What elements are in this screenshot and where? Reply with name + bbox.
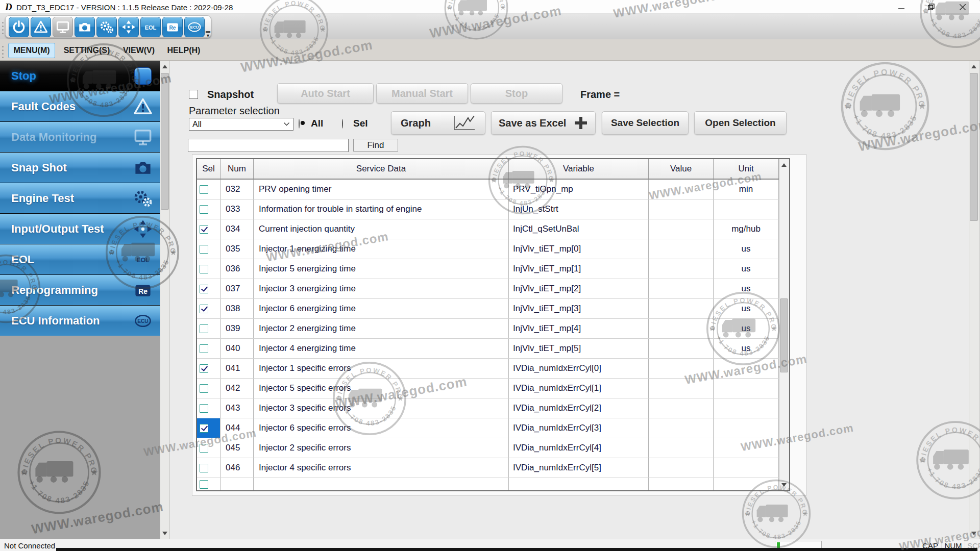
sel-cell[interactable] <box>197 279 220 298</box>
num-cell: 032 <box>220 180 254 199</box>
variable-cell: InjVlv_tiET_mp[4] <box>509 319 649 338</box>
sidebar-item-data-monitoring[interactable]: Data Monitoring <box>0 122 160 152</box>
power-button[interactable] <box>9 17 29 37</box>
scroll-up-arrow[interactable] <box>779 159 789 170</box>
radio-all[interactable] <box>299 119 300 129</box>
header-unit[interactable]: Unit <box>714 159 779 179</box>
scroll-up-arrow[interactable] <box>969 61 978 72</box>
scroll-down-arrow[interactable] <box>969 528 978 539</box>
sel-cell[interactable] <box>197 299 220 318</box>
toolbar-grip[interactable] <box>2 22 5 34</box>
save-selection-button[interactable]: Save Selection <box>602 111 689 135</box>
engine-test-button[interactable] <box>96 17 117 37</box>
maximize-button[interactable] <box>918 0 944 14</box>
fault-codes-button[interactable] <box>31 17 51 37</box>
sidebar-item-engine-test[interactable]: Engine Test <box>0 183 160 213</box>
ecu-icon: ECU <box>133 311 153 331</box>
sel-cell[interactable] <box>197 239 220 259</box>
radio-sel[interactable] <box>342 119 343 129</box>
sidebar-item-snap-shot[interactable]: Snap Shot <box>0 153 160 183</box>
minimize-button[interactable] <box>888 0 915 14</box>
variable-cell: InjVlv_tiET_mp[2] <box>509 279 649 298</box>
row-checkbox[interactable] <box>200 444 208 453</box>
sidebar-item-stop[interactable]: Stop <box>0 61 160 91</box>
snapshot-button[interactable] <box>75 17 95 37</box>
sel-cell[interactable] <box>197 478 220 490</box>
save-as-excel-button[interactable]: Save as Excel <box>491 111 596 135</box>
row-checkbox[interactable] <box>200 225 208 234</box>
header-num[interactable]: Num <box>220 159 254 179</box>
find-button[interactable]: Find <box>353 139 398 152</box>
row-checkbox[interactable] <box>200 324 208 333</box>
menu-item-help[interactable]: HELP(H) <box>164 43 203 58</box>
menu-item-setting[interactable]: SETTING(S) <box>60 43 113 58</box>
manual-start-button[interactable]: Manual Start <box>376 83 468 104</box>
header-service-data[interactable]: Service Data <box>254 159 509 179</box>
row-checkbox[interactable] <box>200 205 208 214</box>
snapshot-checkbox[interactable] <box>189 90 198 99</box>
sel-cell[interactable] <box>197 180 220 199</box>
parameter-filter-dropdown[interactable]: All <box>189 118 293 131</box>
scrollbar-thumb[interactable] <box>161 73 169 210</box>
search-input[interactable] <box>188 139 349 152</box>
row-checkbox[interactable] <box>200 285 208 293</box>
scroll-down-arrow[interactable] <box>160 528 169 539</box>
row-checkbox[interactable] <box>200 480 208 489</box>
menu-item-view[interactable]: VIEW(V) <box>119 43 158 58</box>
eol-icon: EOL <box>133 250 153 269</box>
title-bar: D DDT_T3_EDC17 - VERSION : 1.1.5 Release… <box>0 0 980 14</box>
reprogram-button[interactable]: Re <box>162 17 183 37</box>
sel-cell[interactable] <box>197 319 220 338</box>
sel-cell[interactable] <box>197 339 220 358</box>
scrollbar-thumb[interactable] <box>780 298 788 372</box>
scroll-down-arrow[interactable] <box>779 479 789 490</box>
sel-cell[interactable] <box>197 259 220 279</box>
sidebar-item-io-test[interactable]: Input/Output Test <box>0 214 160 244</box>
sidebar-item-fault-codes[interactable]: Fault Codes <box>0 91 160 121</box>
close-button[interactable] <box>949 0 976 14</box>
sel-cell[interactable] <box>197 199 220 219</box>
sel-cell[interactable] <box>197 438 220 458</box>
row-checkbox[interactable] <box>200 245 208 254</box>
menubar-grip[interactable] <box>2 46 5 58</box>
row-checkbox[interactable] <box>200 464 208 472</box>
toolbar-overflow-chevron[interactable]: ▬▼ <box>206 29 210 38</box>
table-scrollbar[interactable] <box>779 159 789 490</box>
row-checkbox[interactable] <box>200 305 208 313</box>
unit-cell: us <box>714 259 779 279</box>
sidebar-item-ecu-information[interactable]: ECU Information ECU <box>0 306 160 336</box>
row-checkbox[interactable] <box>200 344 208 353</box>
stop-button[interactable]: Stop <box>471 83 562 104</box>
graph-button[interactable]: Graph <box>391 111 485 135</box>
row-checkbox[interactable] <box>200 424 208 433</box>
row-checkbox[interactable] <box>200 404 208 413</box>
io-test-button[interactable] <box>118 17 139 37</box>
toolbar: EOL Re ECU ▬▼ <box>0 14 980 39</box>
sidebar-item-reprogramming[interactable]: Reprogramming Re <box>0 275 160 305</box>
sel-cell[interactable] <box>197 219 220 239</box>
sel-cell[interactable] <box>197 398 220 418</box>
sel-cell[interactable] <box>197 379 220 398</box>
sel-cell[interactable] <box>197 418 220 438</box>
header-variable[interactable]: Variable <box>509 159 649 179</box>
row-checkbox[interactable] <box>200 185 208 194</box>
header-sel[interactable]: Sel <box>197 159 220 179</box>
scroll-up-arrow[interactable] <box>160 61 169 72</box>
menu-item-menu[interactable]: MENU(M) <box>8 43 55 58</box>
auto-start-button[interactable]: Auto Start <box>277 83 374 104</box>
data-monitoring-button[interactable] <box>53 17 73 37</box>
header-value[interactable]: Value <box>649 159 714 179</box>
sel-cell[interactable] <box>197 458 220 478</box>
sel-cell[interactable] <box>197 359 220 378</box>
sidebar-item-eol[interactable]: EOL EOL <box>0 244 160 274</box>
ecu-info-button[interactable]: ECU <box>184 17 205 37</box>
window-scrollbar[interactable] <box>969 61 980 539</box>
row-checkbox[interactable] <box>200 384 208 393</box>
row-checkbox[interactable] <box>200 265 208 273</box>
open-selection-button[interactable]: Open Selection <box>694 111 787 135</box>
sidebar-scrollbar[interactable] <box>160 61 170 539</box>
camera-icon <box>78 20 92 34</box>
row-checkbox[interactable] <box>200 364 208 373</box>
eol-button[interactable]: EOL <box>140 17 161 37</box>
scrollbar-thumb[interactable] <box>970 73 978 221</box>
